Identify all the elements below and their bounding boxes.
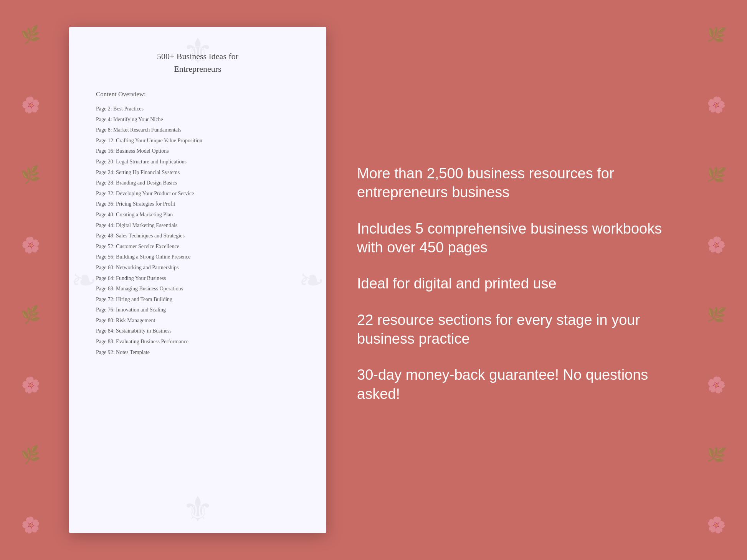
toc-entry: Page 76: Innovation and Scaling [96,306,299,314]
toc-page-title: Customer Service Excellence [116,244,179,249]
toc-entry: Page 44: Digital Marketing Essentials [96,222,299,229]
toc-entry: Page 72: Hiring and Team Building [96,296,299,303]
toc-page-number: Page 68: [96,286,115,292]
toc-page-title: Best Practices [113,106,144,112]
toc-page-number: Page 24: [96,170,115,175]
toc-page-number: Page 76: [96,307,115,313]
toc-entry: Page 92: Notes Template [96,349,299,356]
doc-title-line1: 500+ Business Ideas for [157,51,238,61]
toc-entry: Page 8: Market Research Fundamentals [96,126,299,134]
toc-entry: Page 68: Managing Business Operations [96,285,299,293]
toc-entry: Page 56: Building a Strong Online Presen… [96,253,299,261]
toc-page-number: Page 36: [96,201,115,207]
toc-page-number: Page 40: [96,212,115,217]
feature-item: 30-day money-back guarantee! No question… [357,366,678,404]
toc-page-number: Page 32: [96,191,115,196]
toc-page-title: Digital Marketing Essentials [116,222,177,228]
feature-item: Includes 5 comprehensive business workbo… [357,219,678,257]
toc-entry: Page 2: Best Practices [96,105,299,113]
document-title: 500+ Business Ideas for Entrepreneurs [96,50,299,75]
doc-title-line2: Entrepreneurs [174,64,221,74]
toc-entry: Page 88: Evaluating Business Performance [96,338,299,346]
toc-page-title: Innovation and Scaling [116,307,166,313]
toc-page-title: Networking and Partnerships [116,265,178,270]
toc-page-number: Page 4: [96,117,112,122]
toc-page-title: Notes Template [116,349,150,355]
toc-page-title: Evaluating Business Performance [116,339,188,344]
toc-page-title: Sales Techniques and Strategies [116,233,185,239]
main-layout: ⚜ ⚜ ❧ ❧ 500+ Business Ideas for Entrepre… [0,0,747,560]
toc-page-title: Branding and Design Basics [116,180,177,186]
toc-page-title: Developing Your Product or Service [116,191,194,196]
toc-entry: Page 32: Developing Your Product or Serv… [96,190,299,198]
toc-entry: Page 24: Setting Up Financial Systems [96,169,299,176]
toc-entry: Page 84: Sustainability in Business [96,327,299,335]
table-of-contents: Page 2: Best PracticesPage 4: Identifyin… [96,105,299,356]
watermark-right: ❧ [299,262,324,298]
feature-item: More than 2,500 business resources for e… [357,164,678,202]
toc-page-number: Page 28: [96,180,115,186]
toc-page-number: Page 88: [96,339,115,344]
toc-entry: Page 48: Sales Techniques and Strategies [96,232,299,240]
toc-entry: Page 64: Funding Your Business [96,275,299,282]
toc-page-title: Risk Management [116,318,155,323]
toc-page-title: Managing Business Operations [116,286,183,292]
toc-page-number: Page 2: [96,106,112,112]
toc-page-title: Funding Your Business [116,275,166,281]
watermark-left: ❧ [71,262,97,298]
toc-entry: Page 20: Legal Structure and Implication… [96,158,299,166]
toc-entry: Page 80: Risk Management [96,317,299,324]
toc-page-title: Pricing Strategies for Profit [116,201,175,207]
toc-page-title: Legal Structure and Implications [116,159,187,165]
toc-entry: Page 60: Networking and Partnerships [96,264,299,272]
toc-page-title: Hiring and Team Building [116,296,172,302]
toc-page-number: Page 52: [96,244,115,249]
toc-page-number: Page 72: [96,296,115,302]
toc-page-title: Market Research Fundamentals [113,127,181,133]
document-card: ⚜ ⚜ ❧ ❧ 500+ Business Ideas for Entrepre… [69,27,326,533]
toc-page-number: Page 16: [96,148,115,154]
toc-page-number: Page 64: [96,275,115,281]
toc-page-title: Creating a Marketing Plan [116,212,173,217]
feature-item: 22 resource sections for every stage in … [357,311,678,349]
toc-page-title: Building a Strong Online Presence [116,254,190,260]
toc-page-number: Page 12: [96,138,115,143]
toc-page-number: Page 84: [96,328,115,334]
toc-page-number: Page 60: [96,265,115,270]
toc-page-number: Page 44: [96,222,115,228]
toc-page-number: Page 48: [96,233,115,239]
toc-page-title: Sustainability in Business [116,328,172,334]
toc-page-title: Setting Up Financial Systems [116,170,180,175]
toc-page-number: Page 80: [96,318,115,323]
toc-entry: Page 28: Branding and Design Basics [96,179,299,187]
toc-page-title: Business Model Options [116,148,169,154]
toc-entry: Page 4: Identifying Your Niche [96,116,299,124]
toc-page-title: Identifying Your Niche [113,117,163,122]
toc-page-title: Crafting Your Unique Value Proposition [116,138,202,143]
toc-page-number: Page 92: [96,349,115,355]
toc-entry: Page 40: Creating a Marketing Plan [96,211,299,219]
section-title: Content Overview: [96,91,299,98]
toc-entry: Page 16: Business Model Options [96,147,299,155]
toc-page-number: Page 20: [96,159,115,165]
toc-entry: Page 36: Pricing Strategies for Profit [96,200,299,208]
toc-page-number: Page 8: [96,127,112,133]
toc-page-number: Page 56: [96,254,115,260]
toc-entry: Page 52: Customer Service Excellence [96,243,299,250]
watermark-bottom: ⚜ [182,489,213,529]
right-panel: More than 2,500 business resources for e… [357,156,678,404]
toc-entry: Page 12: Crafting Your Unique Value Prop… [96,137,299,145]
feature-item: Ideal for digital and printed use [357,274,678,293]
